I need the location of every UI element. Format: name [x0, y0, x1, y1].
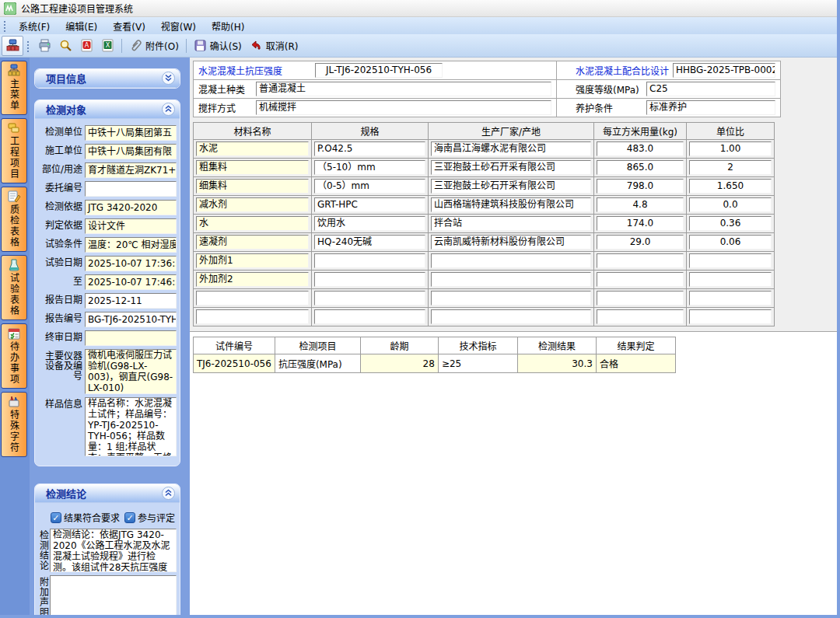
confirm-button[interactable]: 确认(S) — [190, 37, 246, 54]
materials-input[interactable]: P.O42.5 — [314, 141, 425, 156]
materials-input[interactable]: 减水剂 — [196, 197, 309, 212]
mix-number-field[interactable]: HHBG-2025-TPB-0002 — [673, 63, 775, 78]
export-excel-button[interactable]: X — [97, 37, 118, 54]
materials-input[interactable] — [314, 309, 425, 324]
materials-input[interactable]: 三亚抱鼓土砂石开采有限公司 — [431, 160, 591, 175]
export-pdf-button[interactable]: A — [76, 37, 97, 54]
record-number-field[interactable]: JL-TJ6-202510-TYH-056 — [315, 63, 443, 78]
mix-design-link[interactable]: 水泥混凝土配合比设计 — [576, 64, 669, 77]
menu-item-3[interactable]: 查看(V) — [105, 17, 153, 35]
materials-input[interactable]: 细集料 — [196, 179, 309, 194]
materials-input[interactable]: （5-10）mm — [314, 160, 425, 175]
collapse-button[interactable] — [162, 103, 175, 116]
result-cell[interactable]: ≥25 — [438, 354, 517, 373]
result-cell[interactable]: TJ6-202510-056 — [194, 354, 275, 373]
materials-input[interactable] — [597, 291, 684, 306]
materials-input[interactable]: 外加剂2 — [196, 272, 309, 287]
field-input[interactable]: 2025-10-07 17:46:3 — [85, 274, 177, 290]
materials-input[interactable] — [689, 309, 772, 324]
field-input[interactable]: JTG 3420-2020 — [85, 200, 177, 215]
conclusion-textarea[interactable]: 检测结论：依据JTG 3420-2020《公路工程水泥及水泥混凝土试验规程》进行… — [50, 529, 177, 572]
materials-input[interactable]: 速凝剂 — [196, 235, 309, 250]
menu-item-1[interactable]: 系统(F) — [11, 17, 58, 35]
materials-input[interactable] — [689, 291, 772, 306]
materials-input[interactable]: 饮用水 — [314, 216, 425, 231]
materials-input[interactable] — [689, 253, 772, 268]
record-link[interactable]: 水泥混凝土抗压强度 — [198, 64, 282, 77]
materials-input[interactable]: 拌合站 — [431, 216, 591, 231]
field-input[interactable]: 中铁十八局集团第五 — [85, 125, 177, 141]
strength-grade-field[interactable]: C25 — [646, 82, 775, 96]
menu-item-2[interactable]: 编辑(E) — [58, 17, 105, 35]
preview-button[interactable] — [55, 37, 76, 54]
materials-input[interactable] — [196, 291, 309, 306]
sidebar-tab-工程项目[interactable]: 工程项目 — [1, 118, 27, 183]
materials-input[interactable]: 2 — [689, 160, 772, 175]
materials-input[interactable]: 483.0 — [597, 141, 684, 156]
materials-input[interactable]: 0.0 — [689, 197, 772, 212]
mixing-method-field[interactable]: 机械搅拌 — [256, 100, 551, 115]
materials-input[interactable] — [314, 272, 425, 287]
materials-input[interactable]: 0.06 — [689, 235, 772, 250]
materials-input[interactable]: 海南昌江海螺水泥有限公司 — [431, 141, 591, 156]
materials-input[interactable]: 粗集料 — [196, 160, 309, 175]
materials-input[interactable]: GRT-HPC — [314, 197, 425, 212]
sidebar-tab-主菜单[interactable]: 主菜单 — [1, 61, 27, 115]
checkbox-结果符合要求[interactable]: ✓结果符合要求 — [51, 511, 120, 524]
field-input[interactable]: BG-TJ6-202510-TYH- — [85, 312, 177, 327]
materials-input[interactable]: HQ-240无碱 — [314, 235, 425, 250]
materials-input[interactable]: 三亚抱鼓土砂石开采有限公司 — [431, 179, 591, 194]
materials-input[interactable] — [314, 253, 425, 268]
materials-input[interactable] — [597, 272, 684, 287]
materials-input[interactable]: 1.00 — [689, 141, 772, 156]
result-cell[interactable]: 抗压强度(MPa) — [275, 354, 360, 373]
statement-textarea[interactable] — [50, 575, 177, 615]
print-button[interactable] — [34, 37, 55, 54]
materials-input[interactable] — [431, 309, 591, 324]
expand-button[interactable] — [162, 72, 175, 85]
field-input[interactable]: 2025-12-11 — [85, 293, 177, 309]
concrete-type-field[interactable]: 普通混凝土 — [256, 82, 551, 96]
cancel-button[interactable]: 取消(R) — [246, 37, 303, 54]
field-input[interactable]: 设计文件 — [85, 218, 177, 234]
field-input[interactable]: 中铁十八局集团有限 — [85, 144, 177, 159]
materials-input[interactable]: 云南凯威特新材料股份有限公司 — [431, 235, 591, 250]
field-input[interactable]: 样品名称：水泥混凝土试件；样品编号：YP-TJ6-202510-TYH-056；… — [85, 397, 177, 456]
materials-input[interactable] — [689, 272, 772, 287]
home-button[interactable] — [2, 36, 23, 56]
field-input[interactable]: 微机电液伺服压力试验机(G98-LX-003)，钢直尺(G98-LX-010) — [85, 349, 177, 394]
sidebar-tab-特殊字符[interactable]: 特殊字符 — [1, 392, 27, 457]
materials-input[interactable]: 798.0 — [597, 179, 684, 194]
materials-input[interactable] — [196, 309, 309, 324]
materials-input[interactable]: 0.36 — [689, 216, 772, 231]
menu-item-4[interactable]: 视窗(W) — [153, 17, 204, 35]
materials-input[interactable]: 外加剂1 — [196, 253, 309, 268]
materials-input[interactable] — [431, 272, 591, 287]
group-project-info-header[interactable]: 项目信息 — [35, 69, 180, 88]
checkbox-参与评定[interactable]: ✓参与评定 — [124, 511, 175, 524]
field-input[interactable] — [85, 181, 177, 197]
collapse-button[interactable] — [162, 487, 175, 500]
curing-condition-field[interactable]: 标准养护 — [646, 100, 775, 115]
materials-input[interactable] — [597, 309, 684, 324]
materials-input[interactable] — [314, 291, 425, 306]
sidebar-tab-试验表格[interactable]: 试验表格 — [1, 255, 27, 320]
materials-input[interactable]: 1.650 — [689, 179, 772, 194]
result-cell[interactable]: 30.3 — [517, 354, 596, 373]
attachment-button[interactable]: 附件(O) — [125, 37, 183, 54]
menu-item-5[interactable]: 帮助(H) — [204, 17, 252, 35]
materials-input[interactable]: 水 — [196, 216, 309, 231]
field-input[interactable]: 2025-10-07 17:36:3 — [85, 256, 177, 271]
result-cell[interactable]: 合格 — [596, 354, 675, 373]
sidebar-tab-质检表格[interactable]: 质检表格 — [1, 187, 27, 252]
result-cell[interactable]: 28 — [360, 354, 438, 373]
field-input[interactable]: 育才隧道左洞ZK71+7 — [85, 162, 177, 178]
materials-input[interactable]: 山西格瑞特建筑科技股份有限公司 — [431, 197, 591, 212]
field-input[interactable]: 温度：20℃ 相对湿度 — [85, 237, 177, 253]
group-detection-object-header[interactable]: 检测对象 — [35, 100, 180, 119]
materials-input[interactable]: 174.0 — [597, 216, 684, 231]
field-input[interactable] — [85, 330, 177, 346]
materials-input[interactable]: （0-5）mm — [314, 179, 425, 194]
materials-input[interactable] — [597, 253, 684, 268]
materials-input[interactable]: 水泥 — [196, 141, 309, 156]
